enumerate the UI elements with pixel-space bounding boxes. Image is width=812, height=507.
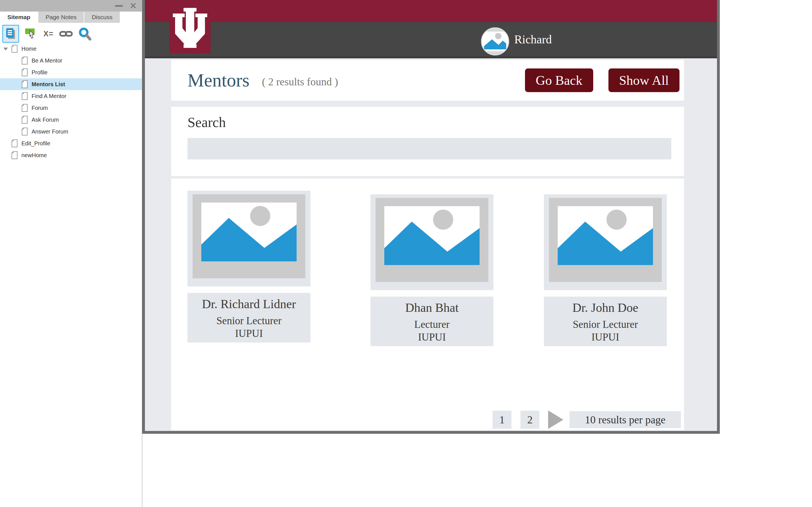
mentor-photo-placeholder — [370, 194, 493, 290]
search-icon[interactable] — [79, 27, 91, 41]
tree-item-label: newHome — [21, 152, 47, 159]
results-count: ( 2 results found ) — [262, 73, 338, 88]
tree-item-label: Forum — [32, 105, 48, 111]
mentor-info: Dr. John DoeSenior LecturerIUPUI — [544, 297, 667, 346]
tree-item-forum[interactable]: Forum — [0, 102, 142, 114]
mentor-info: Dhan BhatLecturerIUPUI — [370, 297, 493, 346]
sitemap-tree: HomeBe A MentorProfileMentors ListFind A… — [0, 43, 142, 161]
page-icon — [11, 139, 18, 147]
heading-section: Mentors ( 2 results found ) Go Back Show… — [171, 60, 684, 101]
mentor-title: Senior Lecturer — [544, 318, 667, 330]
mentor-photo-placeholder — [188, 191, 310, 286]
minimize-icon[interactable] — [115, 5, 123, 7]
image-placeholder-icon — [201, 203, 297, 262]
search-input[interactable] — [188, 138, 671, 159]
page-title: Mentors — [188, 69, 250, 91]
page-background: Mentors ( 2 results found ) Go Back Show… — [145, 58, 717, 431]
tree-item-edit-profile[interactable]: Edit_Profile — [0, 137, 142, 149]
page-numbers: 12 — [493, 411, 539, 429]
mentor-photo-placeholder — [544, 194, 667, 290]
panel-tab-strip: Sitemap Page Notes Discuss — [0, 11, 120, 23]
page-icon — [11, 45, 18, 53]
tab-sitemap[interactable]: Sitemap — [0, 11, 38, 23]
go-back-button[interactable]: Go Back — [525, 68, 593, 92]
heading-buttons: Go Back Show All — [525, 68, 684, 92]
user-avatar[interactable] — [481, 27, 509, 55]
mentor-org: IUPUI — [370, 331, 493, 343]
next-page-icon[interactable] — [548, 410, 563, 429]
mentor-name: Dhan Bhat — [370, 297, 493, 315]
page-icon — [21, 128, 28, 135]
mentor-title: Senior Lecturer — [188, 315, 310, 327]
tree-item-label: Home — [21, 46, 36, 52]
mentor-org: IUPUI — [544, 331, 667, 343]
tab-page-notes[interactable]: Page Notes — [38, 11, 84, 23]
page-number-button[interactable]: 1 — [493, 411, 511, 429]
sitemap-panel: ✕ Sitemap Page Notes Discuss — [0, 0, 142, 507]
search-section: Search — [171, 107, 684, 176]
page-icon — [21, 104, 28, 112]
panel-titlebar: ✕ — [0, 0, 142, 11]
tree-item-answer-forum[interactable]: Answer Forum — [0, 126, 142, 137]
mentor-card[interactable]: Dhan BhatLecturerIUPUI — [370, 194, 493, 346]
page-icon — [11, 151, 18, 159]
tree-item-ask-forum[interactable]: Ask Forum — [0, 114, 142, 126]
interaction-cursor-icon[interactable] — [25, 27, 38, 40]
mentor-title: Lecturer — [370, 318, 493, 330]
iu-logo[interactable] — [169, 0, 211, 54]
page-icon — [21, 57, 28, 64]
header-bar — [145, 0, 717, 22]
sitemap-toolbar: X= — [2, 25, 91, 43]
mentor-org: IUPUI — [188, 327, 310, 339]
tree-item-be-a-mentor[interactable]: Be A Mentor — [0, 55, 142, 66]
mentor-info: Dr. Richard LidnerSenior LecturerIUPUI — [188, 293, 310, 342]
link-icon[interactable] — [59, 30, 73, 38]
image-placeholder-icon — [384, 206, 479, 265]
tree-item-label: Answer Forum — [32, 128, 68, 135]
tree-item-label: Edit_Profile — [21, 140, 50, 147]
tree-item-home[interactable]: Home — [0, 43, 142, 55]
variables-icon[interactable]: X= — [43, 30, 54, 38]
page-icon — [21, 68, 28, 76]
tree-item-newhome[interactable]: newHome — [0, 149, 142, 161]
page-icon — [21, 92, 28, 100]
tree-item-label: Ask Forum — [32, 117, 59, 123]
user-name[interactable]: Richard — [514, 22, 552, 58]
image-placeholder-icon — [558, 206, 653, 265]
nav-bar: Richard — [145, 22, 717, 58]
pagination: 12 10 results per page — [493, 410, 681, 429]
caret-down-icon[interactable] — [3, 48, 8, 50]
results-per-page-select[interactable]: 10 results per page — [569, 411, 681, 428]
tree-item-label: Be A Mentor — [32, 57, 62, 64]
prototype-window: Richard Mentors ( 2 results found — [142, 0, 720, 434]
tree-item-label: Find A Mentor — [32, 93, 66, 100]
tree-item-mentors-list[interactable]: Mentors List — [0, 78, 142, 90]
pages-icon[interactable] — [2, 25, 19, 43]
tree-item-find-a-mentor[interactable]: Find A Mentor — [0, 90, 142, 102]
tree-item-label: Profile — [32, 69, 48, 76]
page-icon — [21, 80, 28, 88]
tree-item-label: Mentors List — [32, 81, 65, 88]
mentor-card[interactable]: Dr. Richard LidnerSenior LecturerIUPUI — [188, 191, 310, 342]
mentor-name: Dr. John Doe — [544, 297, 667, 315]
page-icon — [21, 116, 28, 124]
close-icon[interactable]: ✕ — [130, 2, 137, 10]
screen: ✕ Sitemap Page Notes Discuss — [0, 0, 812, 507]
iu-trident-icon — [173, 8, 207, 48]
tree-item-profile[interactable]: Profile — [0, 66, 142, 78]
tab-discuss[interactable]: Discuss — [84, 11, 120, 23]
page-number-button[interactable]: 2 — [520, 411, 539, 429]
show-all-button[interactable]: Show All — [608, 68, 679, 92]
search-heading: Search — [188, 114, 226, 130]
results-section: Dr. Richard LidnerSenior LecturerIUPUIDh… — [171, 179, 684, 430]
mentor-name: Dr. Richard Lidner — [188, 293, 310, 311]
mentor-card[interactable]: Dr. John DoeSenior LecturerIUPUI — [544, 194, 667, 346]
